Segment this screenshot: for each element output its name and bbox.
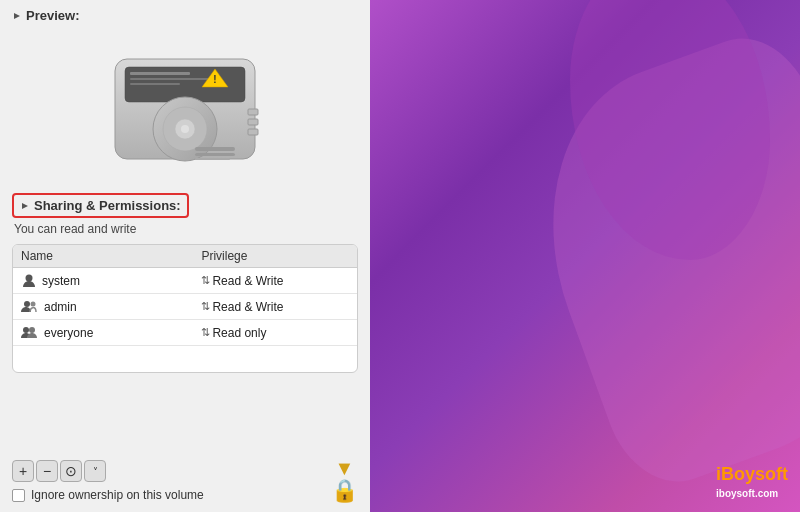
svg-point-20 [24,301,30,307]
preview-header: Preview: [12,8,358,23]
sharing-collapse-icon [20,201,30,211]
lock-container: ▼ 🔒 [331,458,358,504]
single-user-icon [21,273,37,289]
add-button[interactable]: + [12,460,34,482]
svg-rect-4 [130,78,210,80]
table-actions: + − ⊙ ˅ [12,460,204,482]
watermark: iBoysoft iboysoft.com [716,464,788,500]
row-privilege-system: ⇅ Read & Write [201,274,349,288]
brand-logo: iBoysoft [716,464,788,484]
svg-rect-16 [248,119,258,125]
collapse-triangle-icon [12,11,22,21]
row-name-system: system [21,273,201,289]
svg-rect-5 [130,83,180,85]
column-privilege-header: Privilege [201,249,349,263]
everyone-name: everyone [44,326,93,340]
admin-name: admin [44,300,77,314]
svg-rect-13 [195,153,235,156]
group-users-icon [21,326,39,340]
ownership-checkbox[interactable] [12,489,25,502]
right-panel: iBoysoft iboysoft.com [370,0,800,512]
table-header: Name Privilege [13,245,357,268]
ownership-row: Ignore ownership on this volume [12,488,204,502]
options-button[interactable]: ⊙ [60,460,82,482]
bottom-controls: + − ⊙ ˅ Ignore ownership on this volume … [0,373,370,512]
brand-domain: iboysoft.com [716,488,778,499]
svg-point-22 [23,327,29,333]
svg-rect-3 [130,72,190,75]
table-row[interactable]: admin ⇅ Read & Write [13,294,357,320]
group-user-icon [21,300,39,314]
dropdown-button[interactable]: ˅ [84,460,106,482]
lock-icon[interactable]: 🔒 [331,478,358,504]
svg-rect-15 [248,109,258,115]
table-row-empty [13,346,357,372]
svg-marker-18 [22,203,28,209]
row-name-admin: admin [21,300,201,314]
svg-text:!: ! [213,74,216,85]
table-row[interactable]: system ⇅ Read & Write [13,268,357,294]
row-privilege-everyone: ⇅ Read only [201,326,349,340]
ownership-label: Ignore ownership on this volume [31,488,204,502]
everyone-privilege: Read only [212,326,266,340]
hdd-illustration: ! [100,39,270,179]
left-panel: Preview: [0,0,370,512]
column-name-header: Name [21,249,201,263]
svg-point-19 [26,274,33,281]
svg-rect-14 [195,158,230,160]
row-name-everyone: everyone [21,326,201,340]
preview-section: Preview: [0,0,370,193]
preview-label: Preview: [26,8,79,23]
permissions-table: Name Privilege system ⇅ Read & Write [12,244,358,373]
remove-button[interactable]: − [36,460,58,482]
svg-rect-12 [195,147,235,151]
svg-point-11 [181,125,189,133]
hdd-image-container: ! [12,29,358,189]
read-write-subtitle: You can read and write [12,222,358,236]
system-name: system [42,274,80,288]
svg-rect-17 [248,129,258,135]
admin-privilege: Read & Write [212,300,283,314]
svg-marker-0 [14,13,20,19]
sharing-permissions-section: Sharing & Permissions: You can read and … [0,193,370,373]
system-privilege: Read & Write [212,274,283,288]
row-privilege-admin: ⇅ Read & Write [201,300,349,314]
sharing-permissions-header[interactable]: Sharing & Permissions: [12,193,189,218]
arrow-down-icon: ▼ [335,458,355,478]
table-row[interactable]: everyone ⇅ Read only [13,320,357,346]
svg-point-21 [31,301,36,306]
sharing-permissions-label: Sharing & Permissions: [34,198,181,213]
svg-point-23 [29,327,35,333]
bottom-left-controls: + − ⊙ ˅ Ignore ownership on this volume [12,460,204,502]
